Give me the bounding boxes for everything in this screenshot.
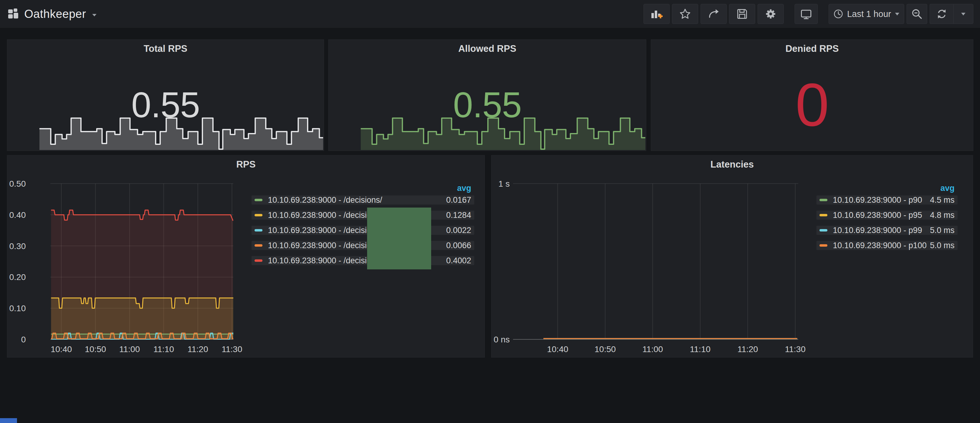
share-button[interactable] [700,4,727,24]
dashboard-title[interactable]: Oathkeeper [24,8,86,21]
x-tick-label: 11:00 [642,345,663,354]
legend-series-row[interactable]: 10.10.69.238:9000 - /decisions/0.0167 [251,195,474,204]
x-tick-label: 10:40 [51,345,72,354]
series-name: 10.10.69.238:9000 - p90 [833,195,926,205]
x-tick-label: 10:50 [85,345,106,354]
series-color-chip [255,244,262,247]
panel-title[interactable]: Allowed RPS [329,43,646,54]
series-avg-value: 4.5 ms [930,195,955,205]
legend-series-row[interactable]: 10.10.69.238:9000 - /decisions/0.1284 [251,211,474,220]
clock-icon [833,9,843,19]
y-tick-label: 0 [21,335,26,344]
series-avg-value: 0.0066 [446,241,471,250]
y-tick-label: 0.50 [10,179,26,189]
series-color-chip [819,199,827,201]
panel-rps-chart: RPS 0.500.400.300.200.10010:4010:5011:00… [7,155,485,358]
x-tick-label: 11:30 [785,345,805,354]
tv-monitor-icon [800,8,812,20]
refresh-button[interactable] [930,4,953,24]
star-icon [679,8,691,20]
gear-icon [764,8,777,20]
stat-value: 0.55 [329,87,646,123]
legend-series-row[interactable]: 10.10.69.238:9000 - p954.8 ms [816,211,958,220]
share-icon [708,8,720,20]
series-avg-value: 5.0 ms [930,226,955,235]
grafana-dashboard: Oathkeeper [0,0,980,423]
series-avg-value: 5.0 ms [930,241,955,250]
add-panel-button[interactable] [644,4,670,24]
star-button[interactable] [672,4,698,24]
series-name: 10.10.69.238:9000 - p95 [833,211,926,220]
legend-avg-header[interactable]: avg [816,183,958,195]
series-color-chip [819,229,827,231]
settings-button[interactable] [757,4,784,24]
bottom-left-blue-bar [0,418,17,423]
cycle-view-button[interactable] [795,4,818,24]
chevron-down-icon [895,13,900,16]
series-color-chip [819,244,827,247]
series-color-chip [255,214,262,216]
series-name: 10.10.69.238:9000 - p100 [833,241,926,250]
x-tick-label: 11:10 [154,345,174,354]
y-tick-label: 0.10 [10,304,26,313]
refresh-icon [936,8,948,20]
series-avg-value: 4.8 ms [930,211,955,220]
legend-avg-header[interactable]: avg [251,183,474,195]
nav-toolbar: Last 1 hour [641,4,973,24]
panel-total-rps: Total RPS 0.55 [7,40,324,151]
panel-title[interactable]: Total RPS [7,43,324,54]
dashboard-grid-icon[interactable] [7,8,19,20]
latencies-legend: avg10.10.69.238:9000 - p904.5 ms10.10.69… [816,183,958,256]
x-tick-label: 11:10 [690,345,711,354]
panel-title[interactable]: Denied RPS [651,43,973,54]
y-tick-label: 0.40 [10,210,26,220]
series-name: 10.10.69.238:9000 - /decisions/ [268,195,442,205]
panel-allowed-rps: Allowed RPS 0.55 [328,40,646,151]
refresh-interval-caret-button[interactable] [953,4,973,24]
panel-latencies-chart: Latencies 1 s0 ns10:4010:5011:0011:1011:… [491,155,973,358]
series-color-chip [255,229,262,231]
legend-series-row[interactable]: 10.10.69.238:9000 - /decisions/0.0022 [251,226,474,235]
legend-series-row[interactable]: 10.10.69.238:9000 - p1005.0 ms [816,241,958,250]
panel-denied-rps: Denied RPS 0 [651,40,973,151]
series-avg-value: 0.0022 [446,226,471,235]
stat-value: 0.55 [7,87,324,123]
x-tick-label: 11:20 [737,345,758,354]
x-tick-label: 10:50 [595,345,616,354]
series-avg-value: 0.4002 [446,256,471,265]
nav-bar: Oathkeeper [0,0,980,28]
save-button[interactable] [729,4,755,24]
zoom-out-button[interactable] [907,4,927,24]
chevron-down-icon [961,13,966,16]
series-name: 10.10.69.238:9000 - p99 [833,226,926,235]
x-tick-label: 10:40 [547,345,568,354]
save-icon [736,8,748,20]
x-tick-label: 11:30 [222,345,242,354]
dashboard-header: Oathkeeper [7,8,97,21]
y-tick-label: 0.20 [10,272,26,282]
zoom-out-icon [911,8,923,20]
x-tick-label: 11:20 [188,345,208,354]
time-range-button[interactable]: Last 1 hour [829,4,904,24]
legend-series-row[interactable]: 10.10.69.238:9000 - /decisions/0.0066 [251,241,474,250]
legend-series-row[interactable]: 10.10.69.238:9000 - /decisions/0.4002 [251,256,474,265]
stat-value: 0 [651,74,973,135]
legend-series-row[interactable]: 10.10.69.238:9000 - p904.5 ms [816,195,958,204]
title-chevron-down-icon[interactable] [92,13,97,18]
green-overlay-box [367,208,431,269]
y-tick-label: 1 s [498,179,510,189]
series-color-chip [255,199,262,201]
legend-series-row[interactable]: 10.10.69.238:9000 - p995.0 ms [816,226,958,235]
series-color-chip [255,259,262,262]
y-tick-label: 0.30 [10,241,26,251]
time-range-label: Last 1 hour [847,9,891,19]
x-tick-label: 11:00 [119,345,140,354]
rps-legend: avg10.10.69.238:9000 - /decisions/0.0167… [251,183,474,271]
series-avg-value: 0.0167 [446,195,471,205]
series-color-chip [819,214,827,216]
series-avg-value: 0.1284 [446,211,471,220]
y-tick-label: 0 ns [494,335,510,344]
